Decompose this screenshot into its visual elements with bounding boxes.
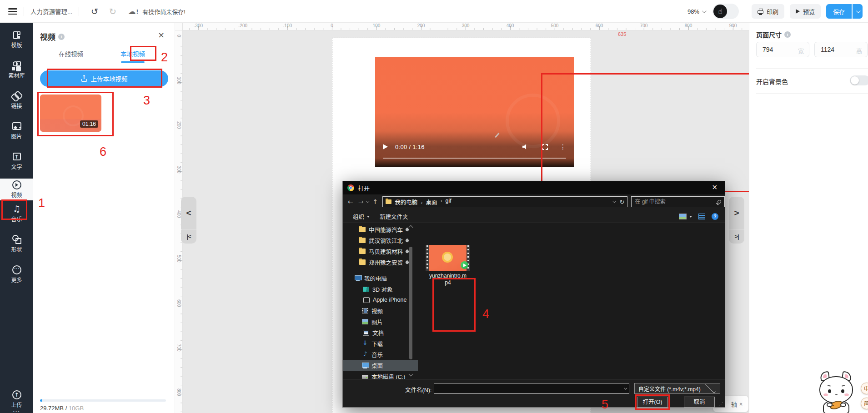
video-play-icon[interactable]: [383, 144, 388, 149]
mascot-cat[interactable]: [813, 373, 867, 413]
more-icon: [12, 265, 22, 274]
sidebar-item-text[interactable]: 文字: [0, 148, 33, 174]
tree-scrollbar[interactable]: [409, 247, 412, 359]
tree-item-apple-iphone[interactable]: Apple iPhone: [343, 294, 418, 305]
tree-item-music[interactable]: 音乐: [343, 349, 418, 360]
tree-item-local-disk-c[interactable]: 本地磁盘 (C:): [343, 371, 418, 379]
forward-icon[interactable]: →: [358, 198, 364, 205]
up-icon[interactable]: ↑: [372, 198, 378, 205]
details-view-icon[interactable]: [698, 214, 705, 219]
step-box-4: [432, 278, 476, 332]
background-color-toggle[interactable]: [850, 75, 868, 85]
sidebar-item-link[interactable]: 链接: [0, 87, 33, 114]
sidebar-item-label: 图片: [11, 132, 22, 140]
save-label: 保存: [833, 7, 845, 16]
tab-online-video[interactable]: 在线视频: [40, 49, 102, 62]
undo-icon[interactable]: ↺: [91, 6, 98, 16]
volume-icon[interactable]: [522, 144, 528, 149]
video-decoration: [495, 133, 500, 138]
ruler-label: 700: [622, 23, 666, 29]
help-icon[interactable]: ?: [712, 213, 718, 220]
tree-item-label: 郑州豫之安贸: [369, 258, 403, 267]
last-page-button[interactable]: >|: [729, 229, 744, 244]
address-dropdown-icon[interactable]: [613, 199, 616, 203]
info-icon[interactable]: [784, 31, 791, 38]
menu-icon[interactable]: [8, 8, 17, 15]
print-button[interactable]: 印刷: [752, 4, 784, 19]
filename-input[interactable]: [437, 385, 621, 392]
filename-label: 文件名(N):: [405, 385, 431, 394]
next-page-button[interactable]: >: [729, 197, 744, 229]
info-icon[interactable]: [58, 34, 65, 40]
breadcrumb-item[interactable]: gif: [437, 198, 451, 206]
page-width-input[interactable]: [757, 42, 788, 57]
printer-icon: [758, 10, 763, 14]
refresh-icon[interactable]: ↻: [619, 199, 624, 205]
ruler-label: 500: [532, 23, 577, 29]
tree-item-videos[interactable]: 视频: [343, 305, 418, 316]
sidebar-item-image[interactable]: 图片: [0, 118, 33, 144]
organize-button[interactable]: 组织: [353, 212, 370, 221]
new-folder-button[interactable]: 新建文件夹: [380, 212, 408, 221]
breadcrumb-item[interactable]: 我的电脑: [395, 198, 417, 206]
floating-badge[interactable]: 简: [861, 398, 868, 409]
filename-dropdown-icon[interactable]: [624, 386, 627, 389]
tree-item-pictures[interactable]: 图片: [343, 316, 418, 327]
save-button[interactable]: 保存: [826, 4, 852, 19]
tree-item-my-computer[interactable]: 我的电脑: [343, 273, 418, 284]
tree-item-company-1[interactable]: 中国能源汽车: [343, 224, 418, 235]
image-icon: [12, 122, 22, 131]
pin-icon: [405, 238, 410, 243]
breadcrumb[interactable]: 我的电脑桌面gif ↻: [382, 196, 627, 207]
sidebar-item-more[interactable]: 更多: [0, 261, 33, 288]
search-input[interactable]: [635, 199, 717, 205]
sidebar-item-video[interactable]: 视频: [0, 179, 33, 200]
breadcrumb-item[interactable]: 桌面: [417, 198, 437, 206]
thumbnail-view-icon[interactable]: [679, 214, 687, 219]
sidebar-item-shape[interactable]: 形状: [0, 231, 33, 257]
picture-icon: [362, 319, 368, 324]
close-icon[interactable]: ×: [158, 30, 165, 40]
tree-item-documents[interactable]: 文档: [343, 327, 418, 338]
filetype-value: 自定义文件 (*.m4v;*.mp4): [638, 385, 701, 393]
close-icon[interactable]: ×: [712, 183, 717, 191]
back-icon[interactable]: ←: [348, 198, 353, 205]
recent-locations-icon[interactable]: [366, 199, 370, 203]
first-page-button[interactable]: |<: [181, 229, 196, 244]
prev-page-button[interactable]: <: [181, 197, 196, 229]
dialog-title-bar[interactable]: 打开 ×: [343, 181, 725, 194]
save-dropdown-button[interactable]: [853, 4, 863, 19]
video-progress-bar[interactable]: [383, 158, 566, 159]
sidebar-item-template[interactable]: 模板: [0, 26, 33, 53]
scroll-down-icon[interactable]: [408, 373, 414, 378]
zoom-control[interactable]: 98%: [687, 8, 705, 15]
redo-icon[interactable]: ↻: [109, 6, 116, 16]
folder-icon: [359, 249, 366, 254]
view-options-chevron[interactable]: [689, 216, 692, 219]
tree-item-company-2[interactable]: 武汉钢铁江北: [343, 235, 418, 246]
filetype-select[interactable]: 自定义文件 (*.m4v;*.mp4): [634, 383, 720, 394]
scroll-up-icon[interactable]: [408, 224, 414, 229]
tree-item-company-3[interactable]: 马贝建筑材料: [343, 246, 418, 257]
phone-icon: [363, 297, 370, 303]
sidebar-item-assets[interactable]: 素材库: [0, 57, 33, 83]
floating-badge[interactable]: 中: [861, 383, 868, 394]
preview-button[interactable]: 预览: [790, 4, 821, 19]
tree-item-desktop[interactable]: 桌面: [343, 360, 418, 371]
folder-icon: [359, 227, 366, 232]
sidebar-overflow-dots[interactable]: ⋯: [0, 407, 33, 413]
storage-progress-bar: [40, 399, 166, 402]
document-title[interactable]: 人力资源管理...: [30, 7, 72, 16]
tree-item-company-4[interactable]: 郑州豫之安贸: [343, 257, 418, 268]
resize-grip[interactable]: ⋰: [719, 402, 723, 407]
tree-item-downloads[interactable]: 下载: [343, 338, 418, 349]
sidebar-item-label: 更多: [11, 276, 22, 284]
account-pill[interactable]: ☝: [712, 4, 739, 19]
chevron-down-icon: [856, 9, 860, 13]
page-height-input[interactable]: [815, 42, 847, 57]
divider: [756, 68, 868, 69]
cancel-button[interactable]: 取消: [684, 397, 715, 408]
tree-item-3d-objects[interactable]: 3D 对象: [343, 284, 418, 294]
tree-item-label: 视频: [371, 307, 383, 315]
dialog-content: 中国能源汽车 武汉钢铁江北 马贝建筑材料: [343, 223, 725, 379]
